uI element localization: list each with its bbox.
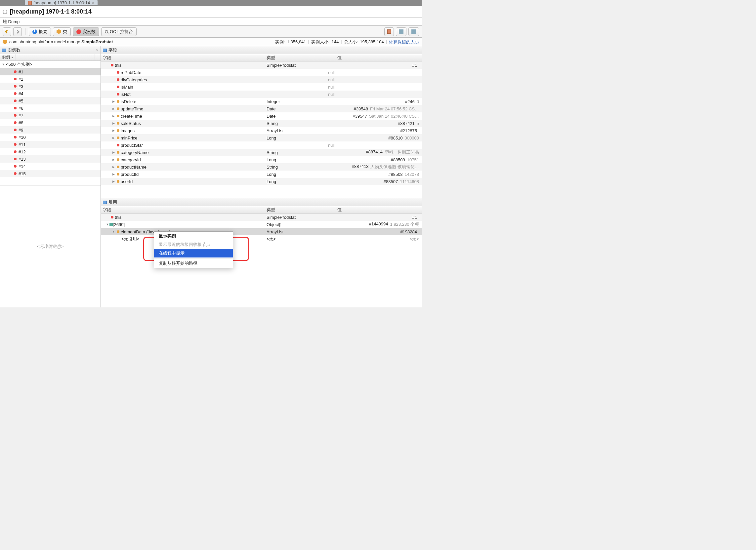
expander-icon[interactable]: ▼ — [111, 230, 115, 234]
col-type[interactable]: 类型 — [265, 207, 337, 213]
field-row[interactable]: thisSimpleProdstat#1 — [101, 62, 422, 69]
expander-icon[interactable] — [117, 237, 121, 241]
col-value[interactable]: 值 — [337, 207, 422, 213]
expander-icon[interactable] — [111, 92, 115, 96]
instance-row[interactable]: #14 — [0, 163, 101, 170]
field-row[interactable]: ▶imagesArrayList#212875 — [101, 127, 422, 134]
field-type: Object[] — [265, 222, 337, 227]
col-field[interactable]: 字段 — [101, 55, 265, 61]
field-row[interactable]: productStarnull — [101, 142, 422, 149]
back-button[interactable] — [3, 27, 11, 36]
refs-panel-header: 引用 — [101, 198, 422, 206]
expander-icon[interactable]: ▶ — [111, 158, 115, 162]
field-value: 塑料、树脂工艺品 — [385, 149, 419, 155]
field-row[interactable]: ▶saleStatusString#8874215 — [101, 120, 422, 127]
expander-icon[interactable] — [105, 215, 109, 219]
field-row[interactable]: ▶isDeleteInteger#2460 — [101, 98, 422, 105]
fields-grid[interactable]: 字段类型值thisSimpleProdstat#1rePubDatenulldi… — [101, 54, 422, 198]
tool-button-3[interactable] — [408, 27, 419, 36]
expander-icon[interactable]: ▶ — [111, 121, 115, 125]
field-row[interactable]: ▶productNameString#887413人物头像雕塑 玻璃钢仿… — [101, 163, 422, 171]
field-row[interactable]: ▶createTimeDate#39547Sat Jan 14 02:46:40… — [101, 112, 422, 120]
field-row[interactable]: ▶userIdLong#8850711114608 — [101, 178, 422, 185]
instance-row[interactable]: #1 — [0, 68, 101, 75]
oql-button[interactable]: OQL 控制台 — [101, 27, 137, 36]
overview-button[interactable]: 概要 — [29, 27, 51, 36]
background-tab[interactable]: [heapdump] 1970-1-1 8:00:14 ✕ — [25, 0, 98, 5]
field-row[interactable]: <无引用><无><无> — [101, 235, 422, 243]
instance-row[interactable]: #3 — [0, 83, 101, 90]
refs-grid[interactable]: 字段类型值thisSimpleProdstat#1▼ [2699]Object[… — [101, 206, 422, 307]
expander-icon[interactable]: ▼ — [105, 223, 109, 227]
field-row[interactable]: isHotnull — [101, 91, 422, 98]
field-value: null — [328, 92, 335, 97]
expander-icon[interactable]: ▶ — [111, 150, 115, 154]
col-value[interactable]: 值 — [337, 55, 422, 61]
instance-col[interactable]: 实例 — [0, 54, 16, 61]
expander-icon[interactable] — [111, 85, 115, 89]
close-icon[interactable]: ✕ — [92, 1, 94, 5]
field-row[interactable]: thisSimpleProdstat#1 — [101, 214, 422, 221]
expander-icon[interactable]: ▼ — [1, 63, 5, 66]
field-row[interactable]: ▶minPriceLong#88510300000 — [101, 134, 422, 142]
expander-icon[interactable]: ▶ — [111, 100, 115, 104]
tool-button-2[interactable] — [396, 27, 406, 36]
expander-icon[interactable]: ▶ — [111, 180, 115, 184]
expander-icon[interactable]: ▶ — [111, 165, 115, 169]
instance-row[interactable]: #2 — [0, 75, 101, 83]
field-type: Date — [265, 114, 337, 119]
field-icon — [117, 166, 119, 168]
expander-icon[interactable]: ▶ — [111, 136, 115, 140]
col-field[interactable]: 字段 — [101, 207, 265, 213]
instance-group[interactable]: <500 个实例> — [5, 62, 32, 67]
instance-icon — [14, 100, 17, 102]
field-row[interactable]: ▶updateTimeDate#39548Fri Mar 24 07:56:52… — [101, 105, 422, 112]
instance-icon — [14, 136, 17, 139]
instances-col-header[interactable]: 实例 — [0, 54, 101, 61]
field-name: saleStatus — [121, 121, 141, 126]
menu-show-in-thread[interactable]: 在线程中显示 — [154, 249, 233, 258]
close-panel-icon[interactable]: × — [96, 48, 99, 53]
menu-copy-path[interactable]: 复制从根开始的路径 — [154, 259, 233, 268]
field-row[interactable]: ▶categoryIdLong#8850910751 — [101, 156, 422, 163]
expander-icon[interactable]: ▶ — [111, 129, 115, 133]
instance-row[interactable]: #15 — [0, 170, 101, 177]
field-row[interactable]: ▶productIdLong#88508142078 — [101, 171, 422, 178]
instance-row[interactable]: #6 — [0, 105, 101, 112]
col-type[interactable]: 类型 — [265, 55, 337, 61]
instance-row[interactable]: #8 — [0, 119, 101, 126]
field-row[interactable]: ▼ [2699]Object[]#14409941,823,230 个项 — [101, 221, 422, 228]
col-menu-icon[interactable] — [95, 54, 101, 61]
instance-row[interactable]: #9 — [0, 126, 101, 134]
expander-icon[interactable]: ▶ — [111, 107, 115, 111]
expander-icon[interactable] — [111, 78, 115, 82]
field-name: productId — [121, 172, 139, 177]
tool-button-1[interactable] — [384, 27, 394, 36]
field-icon — [117, 144, 119, 147]
instance-row[interactable]: #5 — [0, 97, 101, 105]
compute-retained-link[interactable]: 计算保留的大小 — [389, 39, 419, 45]
instances-button[interactable]: 实例数 — [73, 27, 99, 36]
instance-row[interactable]: #10 — [0, 134, 101, 141]
menu-show-instance[interactable]: 显示实例 — [154, 232, 233, 240]
forward-button[interactable] — [13, 27, 22, 36]
field-name: diyCategories — [121, 77, 147, 82]
instance-row[interactable]: #4 — [0, 90, 101, 97]
instance-row[interactable]: #7 — [0, 112, 101, 119]
field-row[interactable]: ▶categoryNameString#887414塑料、树脂工艺品 — [101, 149, 422, 156]
instance-row[interactable]: #11 — [0, 141, 101, 148]
expander-icon[interactable] — [105, 63, 109, 67]
classes-button[interactable]: 类 — [53, 27, 71, 36]
instance-tree[interactable]: ▼<500 个实例>#1#2#3#4#5#6#7#8#9#10#11#12#13… — [0, 61, 101, 185]
instance-row[interactable]: #13 — [0, 155, 101, 163]
expander-icon[interactable] — [111, 70, 115, 74]
expander-icon[interactable]: ▶ — [111, 172, 115, 176]
field-row[interactable]: ▼elementData (Java frame)ArrayList#19828… — [101, 228, 422, 235]
instance-label: #12 — [18, 149, 26, 154]
field-row[interactable]: rePubDatenull — [101, 69, 422, 76]
field-row[interactable]: diyCategoriesnull — [101, 76, 422, 83]
field-row[interactable]: isMainnull — [101, 83, 422, 91]
instance-row[interactable]: #12 — [0, 148, 101, 155]
expander-icon[interactable] — [111, 143, 115, 147]
expander-icon[interactable]: ▶ — [111, 114, 115, 118]
